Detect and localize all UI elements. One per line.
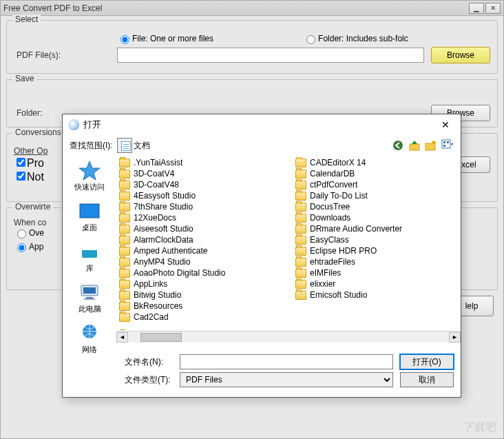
close-button[interactable]: ✕ — [485, 3, 501, 14]
folder-item[interactable]: AoaoPhoto Digital Studio — [119, 267, 282, 278]
folder-icon — [295, 181, 306, 190]
folder-radio[interactable]: Folder: Includes sub-folc — [303, 33, 408, 44]
view-menu-icon[interactable] — [441, 139, 454, 152]
folder-item[interactable]: Amped Authenticate — [119, 245, 282, 256]
folder-icon — [119, 247, 130, 256]
file-list[interactable]: .YunTaiAssist3D-CoatV43D-CoatV484Easysof… — [116, 156, 461, 347]
place-quick-access[interactable]: 快速访问 — [63, 157, 116, 198]
titlebar: Free Convert PDF to Excel ▁ ✕ — [1, 1, 503, 16]
folder-name: CADEditorX 14 — [310, 158, 366, 167]
browse-button[interactable]: Browse — [431, 47, 490, 63]
folder-item[interactable]: elixxier — [295, 278, 458, 289]
thispc-icon — [78, 282, 101, 303]
folder-icon — [295, 280, 306, 289]
folder-icon — [119, 258, 130, 267]
save-legend: Save — [12, 74, 36, 83]
folder-item[interactable]: CADEditorX 14 — [295, 157, 458, 168]
folder-item[interactable]: 3D-CoatV48 — [119, 179, 282, 190]
folder-item[interactable]: AppLinks — [119, 278, 282, 289]
place-thispc[interactable]: 此电脑 — [63, 279, 116, 320]
up-icon[interactable] — [408, 139, 421, 152]
dialog-close-button[interactable]: ✕ — [436, 117, 455, 132]
folder-item[interactable]: Eclipse HDR PRO — [295, 245, 458, 256]
scroll-left-arrow[interactable]: ◄ — [116, 332, 128, 343]
svg-rect-9 — [80, 204, 99, 218]
folder-item[interactable]: CalendarDB — [295, 168, 458, 179]
horizontal-scrollbar[interactable]: ◄ ► — [116, 331, 461, 343]
folder-name: Eclipse HDR PRO — [310, 246, 377, 256]
folder-item[interactable]: .YunTaiAssist — [119, 157, 282, 168]
folder-icon — [295, 236, 306, 245]
app-radio[interactable]: App — [14, 241, 43, 252]
folder-icon — [119, 236, 130, 245]
folder-icon — [295, 192, 306, 201]
folder-item[interactable]: Emicsoft Studio — [295, 289, 458, 300]
folder-icon — [119, 192, 130, 201]
open-button[interactable]: 打开(O) — [400, 354, 454, 369]
svg-rect-5 — [443, 141, 445, 143]
folder-name: eIMFiles — [310, 268, 341, 278]
folder-item[interactable]: Downloads — [295, 212, 458, 223]
filetype-select[interactable]: PDF Files — [180, 372, 393, 387]
minimize-button[interactable]: ▁ — [469, 3, 484, 14]
folder-name: elixxier — [310, 279, 335, 289]
folder-name: Daily To-Do List — [310, 191, 368, 201]
folder-icon — [295, 159, 306, 167]
folder-item[interactable]: AnyMP4 Studio — [119, 256, 282, 267]
folder-item[interactable]: 12XueDocs — [119, 212, 282, 223]
folder-icon — [119, 269, 130, 278]
not-checkbox[interactable]: Not — [14, 171, 44, 183]
new-folder-icon[interactable] — [425, 139, 437, 152]
pro-checkbox[interactable]: Pro — [14, 157, 44, 169]
cancel-button[interactable]: 取消 — [400, 372, 454, 387]
folder-name: Amped Authenticate — [134, 246, 207, 256]
folder-name: DocusTree — [310, 202, 350, 212]
filename-input[interactable] — [180, 354, 393, 369]
folder-item[interactable]: ctPdfConvert — [295, 179, 458, 190]
folder-item[interactable]: AlarmClockData — [119, 234, 282, 245]
filename-label: 文件名(N): — [125, 356, 173, 368]
scroll-right-arrow[interactable]: ► — [449, 332, 461, 343]
folder-name: 7thShare Studio — [134, 202, 193, 212]
folder-name: EasyClass — [310, 235, 349, 245]
ove-radio[interactable]: Ove — [14, 227, 44, 238]
svg-rect-15 — [86, 297, 93, 298]
folder-icon — [119, 181, 130, 190]
folder-item[interactable]: Daily To-Do List — [295, 190, 458, 201]
folder-item[interactable]: Cad2Cad — [119, 312, 282, 323]
folder-item[interactable]: EasyClass — [295, 234, 458, 245]
folder-item[interactable]: DocusTree — [295, 201, 458, 212]
other-options-label: Other Op — [14, 146, 69, 156]
svg-rect-14 — [83, 287, 96, 294]
svg-rect-4 — [442, 140, 450, 148]
folder-name: CalendarDB — [310, 169, 355, 178]
place-desktop[interactable]: 桌面 — [63, 198, 116, 238]
pdf-files-input[interactable] — [117, 48, 424, 63]
folder-icon — [295, 291, 306, 300]
folder-item[interactable]: 3D-CoatV4 — [119, 168, 282, 179]
folder-name: DRmare Audio Converter — [310, 224, 402, 234]
back-icon[interactable] — [392, 139, 404, 152]
folder-name: ctPdfConvert — [310, 180, 357, 190]
scroll-thumb[interactable] — [140, 333, 182, 342]
folder-item[interactable]: BkResources — [119, 300, 282, 312]
folder-icon — [119, 291, 130, 300]
folder-item[interactable]: DRmare Audio Converter — [295, 223, 458, 234]
library-icon — [78, 241, 101, 262]
folder-name: Downloads — [310, 213, 350, 223]
folder-icon — [119, 203, 130, 212]
folder-radio-input[interactable] — [306, 35, 315, 44]
folder-icon — [119, 214, 130, 223]
folder-item[interactable]: Aiseesoft Studio — [119, 223, 282, 234]
folder-icon — [295, 214, 306, 223]
lookin-select[interactable] — [117, 138, 132, 153]
svg-marker-8 — [79, 161, 100, 180]
folder-item[interactable]: 4Easysoft Studio — [119, 190, 282, 201]
folder-item[interactable]: ehtradeFiles — [295, 256, 458, 267]
file-radio[interactable]: File: One or more files — [117, 33, 213, 44]
folder-item[interactable]: eIMFiles — [295, 267, 458, 278]
folder-item[interactable]: Bitwig Studio — [119, 289, 282, 300]
folder-item[interactable]: 7thShare Studio — [119, 201, 282, 212]
file-radio-input[interactable] — [120, 35, 129, 44]
place-library[interactable]: 库 — [63, 238, 116, 279]
